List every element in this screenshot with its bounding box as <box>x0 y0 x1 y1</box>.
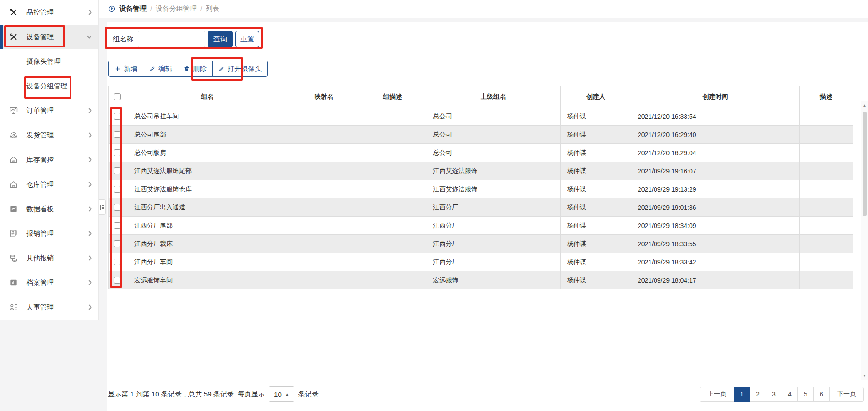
table-scrollbar[interactable]: ▲ ▼ <box>861 101 868 380</box>
sidebar-item[interactable]: 品控管理 <box>0 0 98 25</box>
chevron-right-icon <box>86 157 91 162</box>
table-row[interactable]: 江西艾迩法服饰仓库 江西艾迩法服饰 杨仲谋 2021/09/29 19:13:2… <box>109 180 853 198</box>
table-row[interactable]: 总公司吊挂车间 总公司 杨仲谋 2021/12/20 16:33:54 <box>109 107 853 126</box>
table-row[interactable]: 江西分厂尾部 江西分厂 杨仲谋 2021/09/29 18:34:09 <box>109 217 853 235</box>
page-button[interactable]: 1 <box>734 387 750 402</box>
bar-chart-icon <box>9 278 18 287</box>
table-header-row: 组名 映射名 组描述 上级组名 创建人 创建时间 描述 <box>109 86 853 107</box>
cell-created-time: 2021/09/29 19:16:07 <box>631 162 800 180</box>
chevron-right-icon <box>86 304 91 310</box>
sidebar-item[interactable]: 订单管理 <box>0 98 98 123</box>
breadcrumb-item[interactable]: 设备分组管理 <box>156 5 197 13</box>
sidebar-item-label: 订单管理 <box>26 107 54 115</box>
cell-group-name: 江西艾迩法服饰仓库 <box>126 180 289 198</box>
table-row[interactable]: 江西艾迩法服饰尾部 江西艾迩法服饰 杨仲谋 2021/09/29 19:16:0… <box>109 162 853 180</box>
cell-group-desc <box>359 144 426 162</box>
cell-desc <box>800 162 853 180</box>
select-all-checkbox[interactable] <box>114 93 121 100</box>
sidebar-item[interactable]: 设备管理 <box>0 25 98 49</box>
sidebar-subitem[interactable]: 摄像头管理 <box>0 49 98 74</box>
scroll-up-icon[interactable]: ▲ <box>861 103 868 107</box>
sidebar-item[interactable]: 库存管控 <box>0 147 98 172</box>
row-checkbox[interactable] <box>114 259 121 265</box>
row-checkbox[interactable] <box>114 149 121 156</box>
cell-parent-group: 江西分厂 <box>426 235 561 253</box>
table-row[interactable]: 总公司版房 总公司 杨仲谋 2021/12/20 16:29:04 <box>109 144 853 162</box>
page-button[interactable]: 2 <box>750 387 766 402</box>
chevron-right-icon <box>86 231 91 236</box>
table-row[interactable]: 宏远服饰车间 宏远服饰 杨仲谋 2021/09/29 18:04:17 <box>109 271 853 289</box>
next-page-button[interactable]: 下一页 <box>829 387 864 402</box>
cell-creator: 杨仲谋 <box>561 217 631 235</box>
cell-desc <box>800 126 853 144</box>
group-name-input[interactable] <box>138 31 205 47</box>
warehouse-icon <box>9 180 18 189</box>
row-checkbox[interactable] <box>114 131 121 138</box>
trash-icon <box>183 66 190 72</box>
page-button[interactable]: 4 <box>782 387 798 402</box>
tools-icon <box>9 8 18 17</box>
page-button[interactable]: 5 <box>797 387 814 402</box>
toolbar: 新增编辑删除打开摄像头 <box>108 61 268 77</box>
sidebar-item[interactable]: 报销管理 <box>0 221 98 246</box>
row-checkbox[interactable] <box>114 113 121 120</box>
page-size-select[interactable]: 10 ▲ <box>269 386 294 402</box>
sidebar-collapse-handle[interactable] <box>99 199 106 215</box>
sidebar-item[interactable]: 仓库管理 <box>0 172 98 197</box>
prev-page-button[interactable]: 上一页 <box>700 387 734 402</box>
row-checkbox[interactable] <box>114 204 121 211</box>
table-row[interactable]: 江西分厂出入通道 江西分厂 杨仲谋 2021/09/29 19:01:36 <box>109 198 853 217</box>
reset-button[interactable]: 重置 <box>235 31 259 47</box>
cell-mapping-name <box>289 253 359 271</box>
cell-checkbox <box>109 144 126 162</box>
chevron-right-icon <box>86 182 91 187</box>
chevron-right-icon <box>86 255 91 260</box>
column-header-creator: 创建人 <box>561 86 631 107</box>
table-row[interactable]: 总公司尾部 总公司 杨仲谋 2021/12/20 16:29:40 <box>109 126 853 144</box>
table-row[interactable]: 江西分厂车间 江西分厂 杨仲谋 2021/09/29 18:33:42 <box>109 253 853 271</box>
breadcrumb-bar: 设备管理 / 设备分组管理 / 列表 <box>99 0 868 18</box>
row-checkbox[interactable] <box>114 167 121 174</box>
row-checkbox[interactable] <box>114 240 121 247</box>
sidebar-item-label: 库存管控 <box>26 156 54 164</box>
row-checkbox[interactable] <box>114 186 121 193</box>
row-checkbox[interactable] <box>114 222 121 229</box>
cell-group-desc <box>359 180 426 198</box>
sidebar-item[interactable]: 其他报销 <box>0 246 98 270</box>
sidebar-item-label: 数据看板 <box>26 205 54 213</box>
coins-icon <box>9 254 18 263</box>
row-checkbox[interactable] <box>114 277 121 284</box>
sidebar-item-label: 仓库管理 <box>26 180 54 189</box>
sidebar-item[interactable]: 人事管理 <box>0 295 98 320</box>
chevron-right-icon <box>86 132 91 137</box>
page-size-value: 10 <box>274 391 282 398</box>
add-button[interactable]: 新增 <box>108 61 143 77</box>
cell-parent-group: 江西分厂 <box>426 253 561 271</box>
cell-group-desc <box>359 198 426 217</box>
record-summary-text: 显示第 1 到第 10 条记录，总共 59 条记录 每页显示 <box>108 390 265 399</box>
page-button[interactable]: 6 <box>813 387 830 402</box>
scroll-down-icon[interactable]: ▼ <box>861 374 868 378</box>
sidebar-item-label: 其他报销 <box>26 254 54 263</box>
cell-checkbox <box>109 162 126 180</box>
cell-mapping-name <box>289 144 359 162</box>
breadcrumb-item[interactable]: 列表 <box>206 5 219 13</box>
sidebar-subitem[interactable]: 设备分组管理 <box>0 74 98 98</box>
page-button[interactable]: 3 <box>766 387 782 402</box>
edit-button[interactable]: 编辑 <box>143 61 178 77</box>
delete-button[interactable]: 删除 <box>178 61 213 77</box>
pencil-icon <box>149 66 156 72</box>
query-button[interactable]: 查询 <box>208 31 233 47</box>
cell-parent-group: 总公司 <box>426 126 561 144</box>
cell-checkbox <box>109 107 126 126</box>
sidebar-item[interactable]: 数据看板 <box>0 197 98 221</box>
sidebar-item[interactable]: 档案管理 <box>0 270 98 295</box>
cell-group-desc <box>359 107 426 126</box>
open-camera-button[interactable]: 打开摄像头 <box>212 61 268 77</box>
scrollbar-thumb[interactable] <box>863 112 867 216</box>
cell-creator: 杨仲谋 <box>561 144 631 162</box>
table-row[interactable]: 江西分厂裁床 江西分厂 杨仲谋 2021/09/29 18:33:55 <box>109 235 853 253</box>
sidebar-item-label: 品控管理 <box>26 8 54 17</box>
sidebar-item[interactable]: 发货管理 <box>0 123 98 147</box>
cell-created-time: 2021/09/29 18:33:55 <box>631 235 800 253</box>
